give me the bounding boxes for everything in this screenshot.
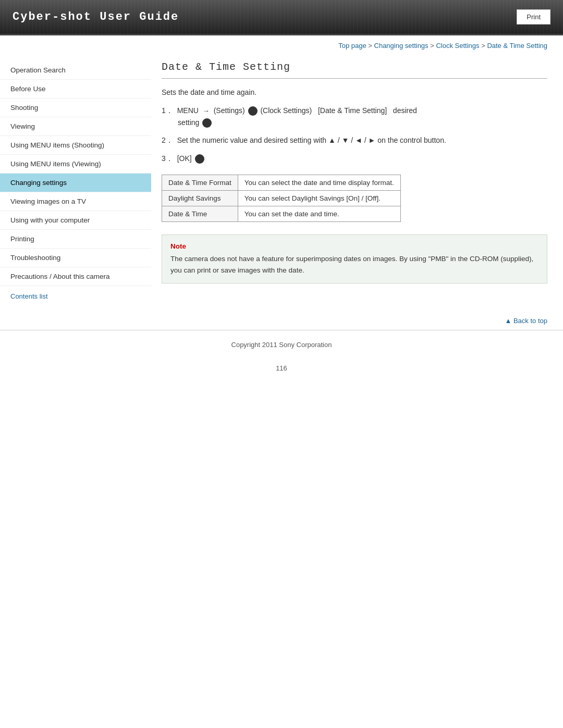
table-cell-label: Date & Time [162,206,238,221]
footer-divider [0,330,563,330]
note-box: Note The camera does not have a feature … [162,235,547,283]
app-title: Cyber-shot User Guide [13,10,179,23]
sidebar-item-troubleshooting[interactable]: Troubleshooting [0,249,151,267]
sidebar-item-using-menu-viewing[interactable]: Using MENU items (Viewing) [0,155,151,174]
footer: Copyright 2011 Sony Corporation [0,336,563,359]
step-3-bracket: [OK] [177,154,192,163]
step-3-number: 3． [162,154,173,163]
step-2-text: Set the numeric value and desired settin… [177,136,446,144]
steps: 1． MENU → (Settings) (Clock Settings) [D… [162,105,547,164]
back-to-top-link[interactable]: ▲ Back to top [505,317,547,325]
sidebar-item-precautions[interactable]: Precautions / About this camera [0,267,151,286]
print-button[interactable]: Print [517,9,550,24]
step-1: 1． MENU → (Settings) (Clock Settings) [D… [162,105,547,128]
breadcrumb-date-time-setting[interactable]: Date & Time Setting [487,42,547,50]
arrow-icon: → [203,106,210,117]
step-3: 3． [OK] [162,153,547,164]
clock-icon [248,106,258,116]
step-1-settings: (Settings) [214,106,245,115]
sidebar-item-operation-search[interactable]: Operation Search [0,61,151,80]
step-1-bracket: [Date & Time Setting] [314,106,387,115]
sidebar-item-using-menu-shooting[interactable]: Using MENU items (Shooting) [0,136,151,155]
note-title: Note [170,242,538,250]
page-number: 116 [0,359,563,377]
step-1-clock: (Clock Settings) [260,106,312,115]
sidebar: Operation Search Before Use Shooting Vie… [0,56,151,312]
breadcrumb-clock-settings[interactable]: Clock Settings [436,42,479,50]
step-2: 2． Set the numeric value and desired set… [162,134,547,146]
note-text: The camera does not have a feature for s… [170,253,538,276]
sidebar-item-changing-settings[interactable]: Changing settings [0,174,151,192]
step-2-number: 2． [162,136,173,144]
table-row: Date & Time Format You can select the da… [162,175,401,190]
header: Cyber-shot User Guide Print [0,0,563,35]
sidebar-item-viewing-images-tv[interactable]: Viewing images on a TV [0,192,151,211]
table-row: Date & Time You can set the date and tim… [162,206,401,221]
table-cell-value: You can set the date and time. [238,206,400,221]
breadcrumb-top-page[interactable]: Top page [338,42,366,50]
intro-text: Sets the date and time again. [162,88,547,96]
sidebar-item-viewing[interactable]: Viewing [0,117,151,136]
main-layout: Operation Search Before Use Shooting Vie… [0,56,563,312]
sidebar-item-printing[interactable]: Printing [0,230,151,249]
breadcrumb: Top page > Changing settings > Clock Set… [0,35,563,56]
sidebar-item-before-use[interactable]: Before Use [0,80,151,98]
table-cell-value: You can select Daylight Savings [On] / [… [238,190,400,206]
step-1-desired: desired [389,106,417,115]
table-cell-value: You can select the date and time display… [238,175,400,190]
table-row: Daylight Savings You can select Daylight… [162,190,401,206]
step-1-number: 1． [162,106,173,115]
step-1-setting-label: setting [162,118,199,127]
sidebar-item-shooting[interactable]: Shooting [0,98,151,117]
page-title: Date & Time Setting [162,61,547,79]
ok-circle-icon-2 [195,154,204,164]
ok-circle-icon-1 [202,118,212,128]
back-to-top[interactable]: ▲ Back to top [0,312,563,330]
info-table: Date & Time Format You can select the da… [162,175,401,222]
contents-list-link[interactable]: Contents list [0,286,151,306]
table-cell-label: Date & Time Format [162,175,238,190]
content-area: Date & Time Setting Sets the date and ti… [151,56,563,312]
copyright-text: Copyright 2011 Sony Corporation [231,341,332,349]
step-1-menu: MENU [177,106,199,115]
breadcrumb-changing-settings[interactable]: Changing settings [374,42,429,50]
sidebar-item-using-with-computer[interactable]: Using with your computer [0,211,151,230]
table-cell-label: Daylight Savings [162,190,238,206]
